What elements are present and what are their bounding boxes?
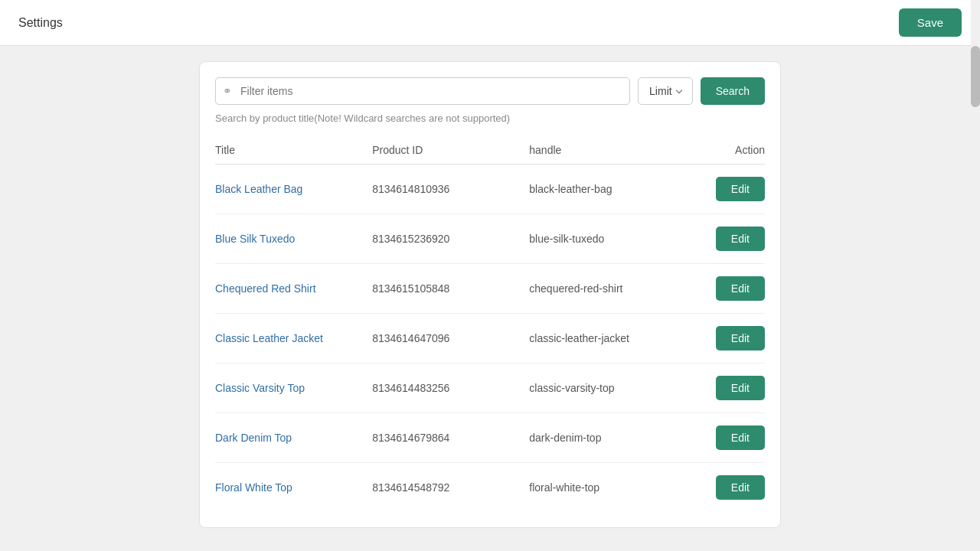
- search-row: ⚭ Limit Search: [215, 77, 765, 105]
- cell-product-id: 8134615105848: [372, 282, 529, 295]
- scrollbar-track: [971, 0, 980, 543]
- cell-handle: classic-varsity-top: [529, 382, 686, 394]
- top-bar: Settings Save: [0, 0, 980, 46]
- cell-title: Dark Denim Top: [215, 432, 372, 444]
- edit-button[interactable]: Edit: [716, 425, 765, 450]
- cell-handle: black-leather-bag: [529, 183, 686, 195]
- cell-product-id: 8134615236920: [372, 233, 529, 245]
- cell-title: Classic Leather Jacket: [215, 332, 372, 344]
- limit-label: Limit: [649, 85, 672, 97]
- edit-button[interactable]: Edit: [716, 177, 765, 201]
- cell-action: Edit: [686, 376, 765, 400]
- table-row: Dark Denim Top 8134614679864 dark-denim-…: [215, 413, 765, 463]
- col-product-id: Product ID: [372, 144, 529, 156]
- cell-action: Edit: [686, 227, 765, 251]
- cell-action: Edit: [686, 475, 765, 500]
- table-row: Chequered Red Shirt 8134615105848 cheque…: [215, 264, 765, 314]
- col-action: Action: [686, 144, 765, 156]
- table-body: Black Leather Bag 8134614810936 black-le…: [215, 165, 765, 512]
- cell-title: Blue Silk Tuxedo: [215, 233, 372, 245]
- cell-title: Floral White Top: [215, 481, 372, 494]
- cell-action: Edit: [686, 326, 765, 350]
- search-input-wrapper: ⚭: [215, 77, 630, 105]
- table-row: Floral White Top 8134614548792 floral-wh…: [215, 463, 765, 512]
- cell-handle: dark-denim-top: [529, 432, 686, 444]
- col-title: Title: [215, 144, 372, 156]
- search-icon: ⚭: [223, 85, 232, 97]
- edit-button[interactable]: Edit: [716, 276, 765, 301]
- edit-button[interactable]: Edit: [716, 376, 765, 400]
- search-button[interactable]: Search: [701, 77, 765, 105]
- search-hint: Search by product title(Note! Wildcard s…: [215, 112, 765, 124]
- card: ⚭ Limit Search Search by product title(N…: [199, 61, 781, 528]
- cell-title: Black Leather Bag: [215, 183, 372, 195]
- cell-handle: floral-white-top: [529, 481, 686, 494]
- chevron-down-icon: [675, 87, 681, 93]
- cell-handle: classic-leather-jacket: [529, 332, 686, 344]
- cell-product-id: 8134614810936: [372, 183, 529, 195]
- cell-title: Classic Varsity Top: [215, 382, 372, 394]
- cell-handle: chequered-red-shirt: [529, 282, 686, 295]
- table-row: Black Leather Bag 8134614810936 black-le…: [215, 165, 765, 214]
- cell-action: Edit: [686, 276, 765, 301]
- cell-product-id: 8134614679864: [372, 432, 529, 444]
- limit-dropdown-button[interactable]: Limit: [638, 77, 693, 105]
- save-button[interactable]: Save: [899, 8, 962, 37]
- cell-title: Chequered Red Shirt: [215, 282, 372, 295]
- page-title: Settings: [18, 16, 63, 30]
- table-row: Classic Leather Jacket 8134614647096 cla…: [215, 314, 765, 364]
- cell-product-id: 8134614647096: [372, 332, 529, 344]
- edit-button[interactable]: Edit: [716, 326, 765, 350]
- scrollbar-thumb[interactable]: [971, 46, 980, 107]
- cell-action: Edit: [686, 177, 765, 201]
- edit-button[interactable]: Edit: [716, 475, 765, 500]
- content-area: ⚭ Limit Search Search by product title(N…: [0, 46, 980, 543]
- col-handle: handle: [529, 144, 686, 156]
- cell-product-id: 8134614483256: [372, 382, 529, 394]
- cell-action: Edit: [686, 425, 765, 450]
- cell-product-id: 8134614548792: [372, 481, 529, 494]
- table-container: Title Product ID handle Action Black Lea…: [215, 136, 765, 512]
- table-row: Classic Varsity Top 8134614483256 classi…: [215, 364, 765, 413]
- filter-input[interactable]: [215, 77, 630, 105]
- table-header: Title Product ID handle Action: [215, 136, 765, 165]
- cell-handle: blue-silk-tuxedo: [529, 233, 686, 245]
- edit-button[interactable]: Edit: [716, 227, 765, 251]
- table-row: Blue Silk Tuxedo 8134615236920 blue-silk…: [215, 214, 765, 264]
